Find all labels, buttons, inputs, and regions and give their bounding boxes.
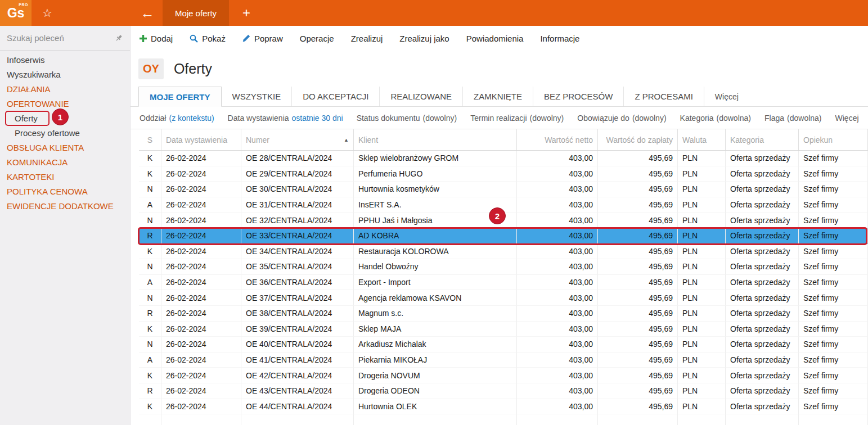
tab-zamknięte[interactable]: ZAMKNIĘTE <box>463 87 533 106</box>
cell-net: 403,00 <box>517 322 598 337</box>
toolbar-dodaj-button[interactable]: Dodaj <box>140 34 173 43</box>
cell-category: Oferta sprzedaży <box>726 151 799 166</box>
cell-net: 403,00 <box>517 290 598 306</box>
column-header-kategoria[interactable]: Kategoria <box>726 129 799 150</box>
sidebar-item-działania[interactable]: DZIAŁANIA <box>0 82 130 97</box>
favorites-star-icon[interactable]: ☆ <box>35 0 60 26</box>
sidebar-item-kartoteki[interactable]: KARTOTEKI <box>0 170 130 184</box>
cell-net: 403,00 <box>517 337 598 352</box>
table-row[interactable]: K26-02-2024OE 44/CENTRALA/2024Hurtownia … <box>139 399 868 415</box>
document-tab-moje-oferty[interactable]: Moje oferty <box>163 0 229 26</box>
toolbar: DodajPokażPoprawOperacjeZrealizujZrealiz… <box>131 26 868 51</box>
cell-date: 26-02-2024 <box>161 244 241 260</box>
tab-więcej[interactable]: Więcej <box>704 87 749 106</box>
toolbar-label: Operacje <box>300 34 334 43</box>
tab-wszystkie[interactable]: WSZYSTKIE <box>222 87 293 106</box>
new-tab-plus-icon[interactable]: + <box>238 0 255 26</box>
toolbar-operacje-button[interactable]: Operacje <box>300 34 334 43</box>
tab-z-procesami[interactable]: Z PROCESAMI <box>624 87 704 106</box>
filter-kategoria[interactable]: Kategoria(dowolna) <box>680 114 751 123</box>
toolbar-label: Dodaj <box>151 34 173 43</box>
column-header-data-wystawienia[interactable]: Data wystawienia <box>161 129 241 150</box>
table-row[interactable]: K26-02-2024OE 34/CENTRALA/2024Restauracj… <box>139 244 868 260</box>
column-header-opiekun[interactable]: Opiekun <box>799 129 868 150</box>
table-row[interactable]: A26-02-2024OE 36/CENTRALA/2024Export - I… <box>139 275 868 291</box>
tab-realizowane[interactable]: REALIZOWANE <box>380 87 463 106</box>
sidebar-item-ofertowanie[interactable]: OFERTOWANIE <box>0 97 130 111</box>
logo-pro-text: PRO <box>19 3 28 7</box>
sidebar-item-procesy-ofertowe[interactable]: Procesy ofertowe <box>0 126 130 141</box>
table-row[interactable]: K26-02-2024OE 42/CENTRALA/2024Drogeria N… <box>139 368 868 383</box>
filter-więcej[interactable]: Więcej <box>835 114 859 123</box>
cell-s: K <box>139 244 161 260</box>
table-row[interactable]: N26-02-2024OE 37/CENTRALA/2024Agencja re… <box>139 290 868 306</box>
back-arrow-icon[interactable]: ← <box>135 0 160 26</box>
sidebar-item-label: Infoserwis <box>7 55 45 65</box>
column-header-wartość-do-zapłaty[interactable]: Wartość do zapłaty <box>598 129 678 150</box>
filter-value: (dowolny) <box>530 114 564 123</box>
sidebar-item-komunikacja[interactable]: KOMUNIKACJA <box>0 155 130 170</box>
cell-owner: Szef firmy <box>799 182 868 197</box>
table-row[interactable]: R26-02-2024OE 43/CENTRALA/2024Drogeria O… <box>139 383 868 399</box>
toolbar-popraw-button[interactable]: Popraw <box>242 34 283 43</box>
table-row[interactable]: A26-02-2024OE 41/CENTRALA/2024Piekarnia … <box>139 352 868 368</box>
cell-due: 495,69 <box>598 197 678 213</box>
column-header-waluta[interactable]: Waluta <box>678 129 726 150</box>
command-search-input[interactable] <box>7 33 113 43</box>
cell-date: 26-02-2024 <box>161 368 241 383</box>
sidebar-item-wyszukiwarka[interactable]: Wyszukiwarka <box>0 67 130 82</box>
filter-label: Status dokumentu <box>357 114 420 123</box>
filter-termin-realizacji[interactable]: Termin realizacji(dowolny) <box>470 114 564 123</box>
column-header-klient[interactable]: Klient <box>354 129 517 150</box>
sidebar-item-ewidencje-dodatkowe[interactable]: EWIDENCJE DODATKOWE <box>0 199 130 214</box>
table-row[interactable]: N26-02-2024OE 40/CENTRALA/2024Arkadiusz … <box>139 337 868 352</box>
filter-data-wystawienia[interactable]: Data wystawieniaostatnie 30 dni <box>228 114 343 123</box>
cell-date: 26-02-2024 <box>161 322 241 337</box>
column-header-s[interactable]: S <box>139 129 161 150</box>
cell-category: Oferta sprzedaży <box>726 259 799 275</box>
cell-category: Oferta sprzedaży <box>726 383 799 399</box>
pin-icon[interactable] <box>113 33 124 44</box>
tab-do-akceptacji[interactable]: DO AKCEPTACJI <box>292 87 380 106</box>
cell-net: 403,00 <box>517 197 598 213</box>
table-row[interactable]: N26-02-2024OE 35/CENTRALA/2024Handel Obw… <box>139 259 868 275</box>
toolbar-zrealizuj-button[interactable]: Zrealizuj <box>351 34 383 43</box>
table-row[interactable]: K26-02-2024OE 29/CENTRALA/2024Perfumeria… <box>139 166 868 182</box>
cell-category: Oferta sprzedaży <box>726 182 799 197</box>
cell-category: Oferta sprzedaży <box>726 352 799 368</box>
cell-due: 495,69 <box>598 275 678 291</box>
cell-s: K <box>139 399 161 415</box>
sidebar-item-infoserwis[interactable]: Infoserwis <box>0 53 130 67</box>
filter-flaga[interactable]: Flaga(dowolna) <box>764 114 822 123</box>
table-row[interactable]: N26-02-2024OE 30/CENTRALA/2024Hurtownia … <box>139 182 868 197</box>
cell-category: Oferta sprzedaży <box>726 213 799 228</box>
table-row[interactable]: K26-02-2024OE 28/CENTRALA/2024Sklep wiel… <box>139 151 868 166</box>
toolbar-powiadomienia-button[interactable]: Powiadomienia <box>466 34 524 43</box>
app-logo[interactable]: Gs PRO <box>0 0 32 26</box>
column-header-numer[interactable]: Numer▲ <box>241 129 354 150</box>
filler-cell <box>241 414 354 425</box>
column-header-wartość-netto[interactable]: Wartość netto <box>517 129 598 150</box>
filter-oddział[interactable]: Oddział(z kontekstu) <box>140 114 214 123</box>
table-row[interactable]: R26-02-2024OE 38/CENTRALA/2024Magnum s.c… <box>139 306 868 322</box>
filler-cell <box>598 414 678 425</box>
main-panel: DodajPokażPoprawOperacjeZrealizujZrealiz… <box>131 26 868 425</box>
tab-moje-oferty[interactable]: MOJE OFERTY <box>138 87 222 107</box>
toolbar-zrealizuj-jako-button[interactable]: Zrealizuj jako <box>399 34 449 43</box>
cell-s: A <box>139 352 161 368</box>
toolbar-label: Pokaż <box>202 34 226 43</box>
table-row[interactable]: K26-02-2024OE 39/CENTRALA/2024Sklep MAJA… <box>139 322 868 337</box>
sidebar-item-obsługa-klienta[interactable]: OBSŁUGA KLIENTA <box>0 141 130 155</box>
filter-obowiązuje-do[interactable]: Obowiązuje do(dowolny) <box>577 114 666 123</box>
cell-due: 495,69 <box>598 368 678 383</box>
filter-status-dokumentu[interactable]: Status dokumentu(dowolny) <box>357 114 457 123</box>
cell-s: K <box>139 166 161 182</box>
sort-ascending-icon: ▲ <box>341 137 349 143</box>
cell-owner: Szef firmy <box>799 290 868 306</box>
cell-due: 495,69 <box>598 213 678 228</box>
cell-currency: PLN <box>678 352 726 368</box>
tab-bez-procesów[interactable]: BEZ PROCESÓW <box>533 87 624 106</box>
toolbar-informacje-button[interactable]: Informacje <box>540 34 579 43</box>
sidebar-item-polityka-cenowa[interactable]: POLITYKA CENOWA <box>0 184 130 199</box>
toolbar-pokaż-button[interactable]: Pokaż <box>190 34 226 43</box>
